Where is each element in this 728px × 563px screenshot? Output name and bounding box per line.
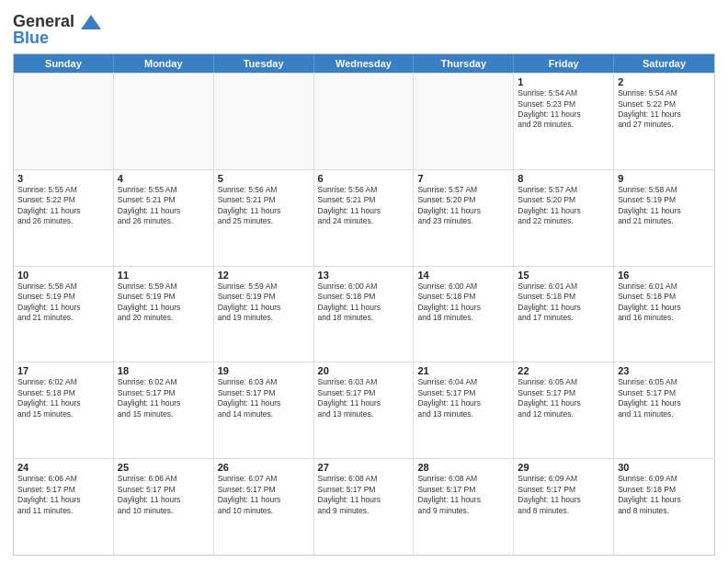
day-number: 22 (518, 365, 609, 376)
day-cell-6: 6Sunrise: 5:56 AM Sunset: 5:21 PM Daylig… (314, 170, 415, 266)
weekday-header-monday: Monday (114, 54, 214, 73)
day-detail: Sunrise: 5:57 AM Sunset: 5:20 PM Dayligh… (518, 185, 609, 227)
day-detail: Sunrise: 6:05 AM Sunset: 5:17 PM Dayligh… (618, 377, 711, 419)
weekday-header-thursday: Thursday (414, 54, 514, 73)
day-detail: Sunrise: 6:01 AM Sunset: 5:18 PM Dayligh… (618, 282, 711, 324)
day-number: 25 (118, 462, 210, 473)
day-cell-14: 14Sunrise: 6:00 AM Sunset: 5:18 PM Dayli… (414, 267, 514, 362)
day-number: 18 (118, 365, 210, 376)
logo-blue: Blue (13, 29, 101, 48)
day-cell-5: 5Sunrise: 5:56 AM Sunset: 5:21 PM Daylig… (214, 170, 314, 266)
day-cell-16: 16Sunrise: 6:01 AM Sunset: 5:18 PM Dayli… (614, 267, 714, 362)
empty-cell-0-4 (414, 74, 514, 169)
logo-general: General (13, 12, 74, 30)
weekday-header-tuesday: Tuesday (214, 54, 314, 73)
day-number: 26 (218, 462, 310, 473)
day-number: 21 (417, 365, 509, 376)
day-number: 11 (118, 270, 210, 281)
logo: General Blue (13, 13, 101, 48)
day-number: 30 (618, 462, 711, 473)
day-number: 1 (518, 76, 609, 87)
day-detail: Sunrise: 5:54 AM Sunset: 5:22 PM Dayligh… (618, 88, 711, 131)
day-number: 9 (618, 173, 711, 184)
day-detail: Sunrise: 6:00 AM Sunset: 5:18 PM Dayligh… (318, 282, 410, 324)
day-cell-20: 20Sunrise: 6:03 AM Sunset: 5:17 PM Dayli… (314, 362, 415, 458)
day-detail: Sunrise: 5:55 AM Sunset: 5:21 PM Dayligh… (118, 185, 210, 227)
day-cell-27: 27Sunrise: 6:08 AM Sunset: 5:17 PM Dayli… (314, 459, 415, 555)
day-detail: Sunrise: 5:56 AM Sunset: 5:21 PM Dayligh… (218, 185, 310, 227)
day-cell-29: 29Sunrise: 6:09 AM Sunset: 5:17 PM Dayli… (514, 459, 614, 555)
weekday-header-friday: Friday (514, 54, 614, 73)
svg-marker-0 (81, 15, 101, 29)
day-cell-30: 30Sunrise: 6:09 AM Sunset: 5:18 PM Dayli… (614, 459, 714, 555)
day-cell-2: 2Sunrise: 5:54 AM Sunset: 5:22 PM Daylig… (614, 74, 714, 169)
day-detail: Sunrise: 6:08 AM Sunset: 5:17 PM Dayligh… (318, 474, 410, 516)
weekday-header-sunday: Sunday (14, 54, 114, 73)
day-cell-7: 7Sunrise: 5:57 AM Sunset: 5:20 PM Daylig… (414, 170, 514, 266)
calendar-body: 1Sunrise: 5:54 AM Sunset: 5:23 PM Daylig… (14, 73, 714, 555)
calendar-row-2: 10Sunrise: 5:58 AM Sunset: 5:19 PM Dayli… (14, 266, 714, 362)
logo-icon (81, 13, 101, 31)
day-number: 23 (618, 365, 711, 376)
day-cell-9: 9Sunrise: 5:58 AM Sunset: 5:19 PM Daylig… (614, 170, 714, 266)
day-detail: Sunrise: 6:08 AM Sunset: 5:17 PM Dayligh… (417, 474, 509, 516)
weekday-header-wednesday: Wednesday (314, 54, 415, 73)
day-cell-15: 15Sunrise: 6:01 AM Sunset: 5:18 PM Dayli… (514, 267, 614, 362)
day-number: 17 (17, 365, 109, 376)
day-detail: Sunrise: 6:03 AM Sunset: 5:17 PM Dayligh… (318, 377, 410, 419)
day-number: 8 (518, 173, 609, 184)
day-number: 14 (417, 270, 509, 281)
empty-cell-0-2 (214, 74, 314, 169)
day-number: 24 (17, 462, 109, 473)
day-number: 16 (618, 270, 711, 281)
empty-cell-0-3 (314, 74, 415, 169)
day-number: 27 (318, 462, 410, 473)
day-cell-19: 19Sunrise: 6:03 AM Sunset: 5:17 PM Dayli… (214, 362, 314, 458)
day-detail: Sunrise: 6:05 AM Sunset: 5:17 PM Dayligh… (518, 377, 609, 419)
day-cell-18: 18Sunrise: 6:02 AM Sunset: 5:17 PM Dayli… (114, 362, 214, 458)
empty-cell-0-1 (114, 74, 214, 169)
day-cell-1: 1Sunrise: 5:54 AM Sunset: 5:23 PM Daylig… (514, 74, 614, 169)
day-cell-4: 4Sunrise: 5:55 AM Sunset: 5:21 PM Daylig… (114, 170, 214, 266)
day-cell-28: 28Sunrise: 6:08 AM Sunset: 5:17 PM Dayli… (414, 459, 514, 555)
day-cell-25: 25Sunrise: 6:06 AM Sunset: 5:17 PM Dayli… (114, 459, 214, 555)
day-number: 7 (417, 173, 509, 184)
day-number: 2 (618, 76, 711, 87)
day-number: 28 (417, 462, 509, 473)
day-number: 19 (218, 365, 310, 376)
day-cell-23: 23Sunrise: 6:05 AM Sunset: 5:17 PM Dayli… (614, 362, 714, 458)
calendar-row-1: 3Sunrise: 5:55 AM Sunset: 5:22 PM Daylig… (14, 169, 714, 266)
day-cell-11: 11Sunrise: 5:59 AM Sunset: 5:19 PM Dayli… (114, 267, 214, 362)
calendar: SundayMondayTuesdayWednesdayThursdayFrid… (13, 53, 715, 556)
day-cell-3: 3Sunrise: 5:55 AM Sunset: 5:22 PM Daylig… (14, 170, 114, 266)
day-cell-17: 17Sunrise: 6:02 AM Sunset: 5:18 PM Dayli… (14, 362, 114, 458)
day-detail: Sunrise: 6:09 AM Sunset: 5:17 PM Dayligh… (518, 474, 609, 516)
day-detail: Sunrise: 5:59 AM Sunset: 5:19 PM Dayligh… (118, 282, 210, 324)
day-detail: Sunrise: 5:58 AM Sunset: 5:19 PM Dayligh… (17, 282, 109, 324)
day-detail: Sunrise: 5:56 AM Sunset: 5:21 PM Dayligh… (318, 185, 410, 227)
day-detail: Sunrise: 6:06 AM Sunset: 5:17 PM Dayligh… (118, 474, 210, 516)
day-detail: Sunrise: 6:00 AM Sunset: 5:18 PM Dayligh… (417, 282, 509, 324)
day-detail: Sunrise: 6:02 AM Sunset: 5:18 PM Dayligh… (17, 377, 109, 419)
day-number: 12 (218, 270, 310, 281)
day-detail: Sunrise: 6:02 AM Sunset: 5:17 PM Dayligh… (118, 377, 210, 419)
day-detail: Sunrise: 6:09 AM Sunset: 5:18 PM Dayligh… (618, 474, 711, 516)
day-detail: Sunrise: 5:57 AM Sunset: 5:20 PM Dayligh… (417, 185, 509, 227)
day-detail: Sunrise: 6:06 AM Sunset: 5:17 PM Dayligh… (17, 474, 109, 516)
day-cell-10: 10Sunrise: 5:58 AM Sunset: 5:19 PM Dayli… (14, 267, 114, 362)
day-detail: Sunrise: 5:59 AM Sunset: 5:19 PM Dayligh… (218, 282, 310, 324)
header: General Blue (13, 9, 715, 48)
page: General Blue SundayMondayTuesdayWednesda… (0, 0, 728, 563)
day-number: 29 (518, 462, 609, 473)
calendar-header: SundayMondayTuesdayWednesdayThursdayFrid… (14, 54, 714, 73)
day-number: 20 (318, 365, 410, 376)
day-detail: Sunrise: 5:55 AM Sunset: 5:22 PM Dayligh… (17, 185, 109, 227)
day-number: 5 (218, 173, 310, 184)
calendar-row-4: 24Sunrise: 6:06 AM Sunset: 5:17 PM Dayli… (14, 458, 714, 555)
day-cell-8: 8Sunrise: 5:57 AM Sunset: 5:20 PM Daylig… (514, 170, 614, 266)
day-cell-26: 26Sunrise: 6:07 AM Sunset: 5:17 PM Dayli… (214, 459, 314, 555)
day-detail: Sunrise: 6:01 AM Sunset: 5:18 PM Dayligh… (518, 282, 609, 324)
day-number: 3 (17, 173, 109, 184)
weekday-header-saturday: Saturday (614, 54, 714, 73)
day-number: 4 (118, 173, 210, 184)
